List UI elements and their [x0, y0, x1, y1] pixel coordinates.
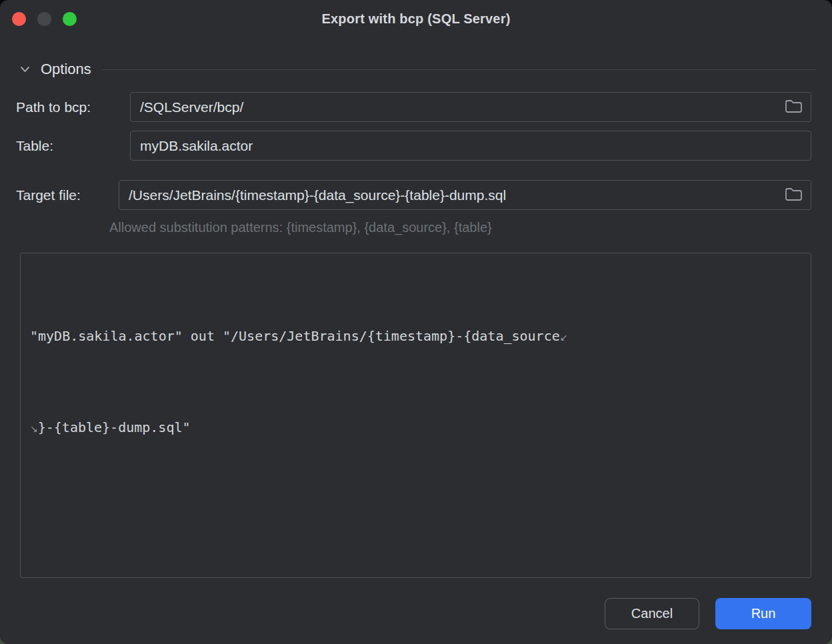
run-button[interactable]: Run: [715, 598, 811, 629]
path-to-bcp-input[interactable]: [140, 99, 778, 115]
path-to-bcp-row: Path to bcp:: [16, 92, 811, 122]
command-line-text: }-{table}-dump.sql": [38, 419, 191, 435]
browse-target-file-button[interactable]: [785, 187, 803, 204]
command-preview-editor[interactable]: "myDB.sakila.actor" out "/Users/JetBrain…: [20, 253, 811, 578]
path-to-bcp-field-box: [130, 92, 811, 122]
chevron-down-icon: [20, 66, 30, 73]
table-input[interactable]: [140, 138, 803, 154]
soft-wrap-start-icon: ↘: [30, 423, 38, 434]
window-controls: [12, 12, 77, 26]
cancel-button[interactable]: Cancel: [605, 598, 699, 629]
zoom-window-button[interactable]: [63, 12, 77, 26]
browse-bcp-path-button[interactable]: [785, 99, 803, 116]
options-section-label: Options: [41, 61, 91, 78]
soft-wrap-end-icon: ↙: [560, 332, 568, 343]
dialog-title: Export with bcp (SQL Server): [321, 11, 510, 27]
options-section-header[interactable]: Options: [20, 61, 817, 78]
folder-icon: [785, 187, 803, 204]
close-window-button[interactable]: [12, 12, 26, 26]
command-line-text: "myDB.sakila.actor" out "/Users/JetBrain…: [30, 328, 560, 344]
folder-icon: [785, 99, 803, 116]
section-separator: [102, 69, 817, 70]
table-row: Table:: [16, 131, 811, 161]
target-file-label: Target file:: [16, 187, 119, 203]
substitution-patterns-hint: Allowed substitution patterns: {timestam…: [109, 220, 811, 235]
dialog-footer: Cancel Run: [605, 598, 811, 629]
export-bcp-dialog: Export with bcp (SQL Server) Options Pat…: [0, 0, 832, 644]
path-to-bcp-label: Path to bcp:: [16, 99, 130, 115]
title-bar: Export with bcp (SQL Server): [0, 0, 832, 37]
target-file-row: Target file:: [16, 180, 811, 210]
target-file-input[interactable]: [129, 187, 778, 203]
minimize-window-button[interactable]: [37, 12, 51, 26]
target-file-field-box: [119, 180, 811, 210]
command-line: ↘}-{table}-dump.sql": [30, 413, 801, 444]
command-line: "myDB.sakila.actor" out "/Users/JetBrain…: [30, 321, 801, 353]
table-field-box: [130, 131, 811, 161]
table-label: Table:: [16, 138, 130, 154]
